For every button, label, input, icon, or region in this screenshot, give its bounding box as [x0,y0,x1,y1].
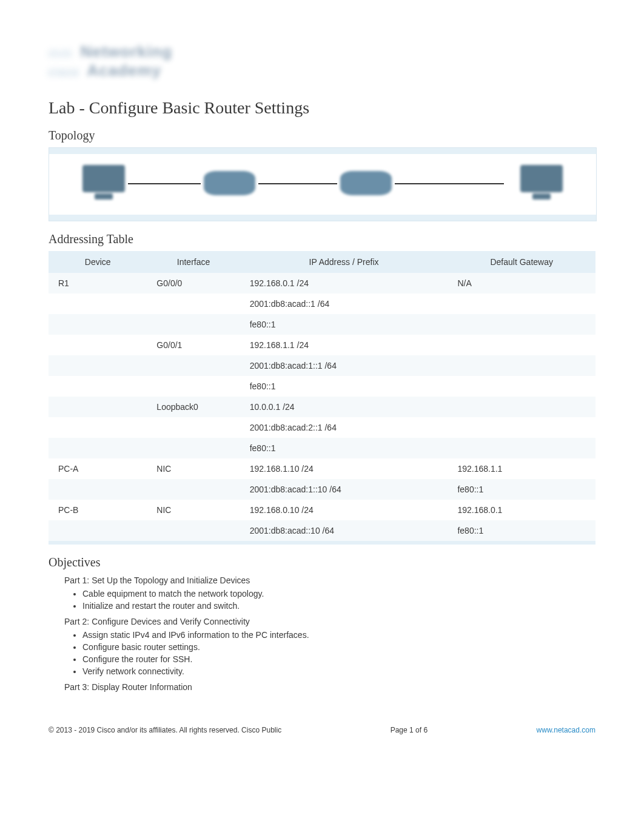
cell-gw [448,376,595,397]
cell-device [49,293,147,314]
cell-device [49,376,147,397]
part1-list: Cable equipment to match the network top… [64,589,595,611]
table-row: 2001:db8:acad:1::1 /64 [49,355,595,376]
th-ip: IP Address / Prefix [240,251,448,273]
cell-device: PC-A [49,458,147,479]
cell-ip: 10.0.0.1 /24 [240,397,448,417]
footer-page: Page 1 of 6 [391,726,428,734]
part3-title: Part 3: Display Router Information [64,682,595,692]
cell-ip: 192.168.1.10 /24 [240,458,448,479]
cell-gw: N/A [448,273,595,293]
addressing-heading: Addressing Table [49,232,595,246]
cell-iface: Loopback0 [147,397,240,417]
cell-device [49,520,147,543]
logo-line1: Networking [80,42,172,61]
cable-icon [258,183,337,184]
pc-a-icon [520,165,563,192]
footer-copyright: © 2013 - 2019 Cisco and/or its affiliate… [49,726,281,734]
brand-text-icon: cisco [49,66,79,79]
logo-line2: Academy [87,61,161,79]
cell-ip: 2001:db8:acad:1::10 /64 [240,479,448,500]
cell-iface [147,355,240,376]
cell-gw [448,293,595,314]
part2-list: Assign static IPv4 and IPv6 information … [64,630,595,676]
cell-iface: NIC [147,500,240,520]
topology-diagram [49,147,597,221]
cell-iface: G0/0/1 [147,335,240,355]
cell-iface [147,314,240,335]
cell-device [49,397,147,417]
table-row: fe80::1 [49,376,595,397]
list-item: Cable equipment to match the network top… [82,589,595,599]
footer: © 2013 - 2019 Cisco and/or its affiliate… [49,726,595,734]
addressing-table: Device Interface IP Address / Prefix Def… [49,251,595,545]
cell-device [49,417,147,438]
cell-iface [147,479,240,500]
cell-iface [147,438,240,458]
table-row: PC-BNIC192.168.0.10 /24192.168.0.1 [49,500,595,520]
cell-gw [448,397,595,417]
part1-title: Part 1: Set Up the Topology and Initiali… [64,575,595,585]
table-row: 2001:db8:acad:2::1 /64 [49,417,595,438]
cell-device [49,314,147,335]
footer-link[interactable]: www.netacad.com [537,726,595,734]
cell-iface: NIC [147,458,240,479]
list-item: Assign static IPv4 and IPv6 information … [82,630,595,640]
cell-device [49,438,147,458]
cell-device [49,355,147,376]
list-item: Verify network connectivity. [82,666,595,676]
table-row: G0/0/1192.168.1.1 /24 [49,335,595,355]
cell-ip: 2001:db8:acad:1::1 /64 [240,355,448,376]
cell-device: PC-B [49,500,147,520]
th-interface: Interface [147,251,240,273]
cell-ip: fe80::1 [240,376,448,397]
cell-ip: fe80::1 [240,314,448,335]
list-item: Initialize and restart the router and sw… [82,601,595,611]
table-row: 2001:db8:acad::10 /64fe80::1 [49,520,595,543]
list-item: Configure basic router settings. [82,642,595,652]
cell-iface: G0/0/0 [147,273,240,293]
cell-ip: 2001:db8:acad:2::1 /64 [240,417,448,438]
table-row: PC-ANIC192.168.1.10 /24192.168.1.1 [49,458,595,479]
cell-ip: 192.168.1.1 /24 [240,335,448,355]
table-row: 2001:db8:acad:1::10 /64fe80::1 [49,479,595,500]
th-gateway: Default Gateway [448,251,595,273]
cell-iface [147,376,240,397]
cell-ip: fe80::1 [240,438,448,458]
cell-gw [448,314,595,335]
cell-device [49,479,147,500]
switch-icon [340,171,392,195]
th-device: Device [49,251,147,273]
cell-gw [448,417,595,438]
cell-iface [147,520,240,543]
page-title: Lab - Configure Basic Router Settings [49,98,595,118]
cell-ip: 2001:db8:acad::10 /64 [240,520,448,543]
cell-ip: 2001:db8:acad::1 /64 [240,293,448,314]
cell-gw [448,335,595,355]
router-icon [204,171,255,195]
cell-gw [448,355,595,376]
table-row: fe80::1 [49,314,595,335]
table-row: Loopback010.0.0.1 /24 [49,397,595,417]
cell-iface [147,293,240,314]
table-row: 2001:db8:acad::1 /64 [49,293,595,314]
cell-gw: 192.168.0.1 [448,500,595,520]
cable-icon [395,183,504,184]
table-row: R1G0/0/0192.168.0.1 /24N/A [49,273,595,293]
brand-bars-icon: ılıılı [49,47,73,60]
cell-ip: 192.168.0.1 /24 [240,273,448,293]
cell-iface [147,417,240,438]
cell-gw: 192.168.1.1 [448,458,595,479]
cell-gw: fe80::1 [448,479,595,500]
cell-device: R1 [49,273,147,293]
cell-ip: 192.168.0.10 /24 [240,500,448,520]
list-item: Configure the router for SSH. [82,654,595,664]
table-row: fe80::1 [49,438,595,458]
objectives-heading: Objectives [49,555,595,569]
cell-gw [448,438,595,458]
cell-device [49,335,147,355]
part2-title: Part 2: Configure Devices and Verify Con… [64,617,595,626]
cable-icon [128,183,201,184]
pc-b-icon [82,165,125,192]
logo: ılıılı Networking cisco Academy [49,42,595,80]
